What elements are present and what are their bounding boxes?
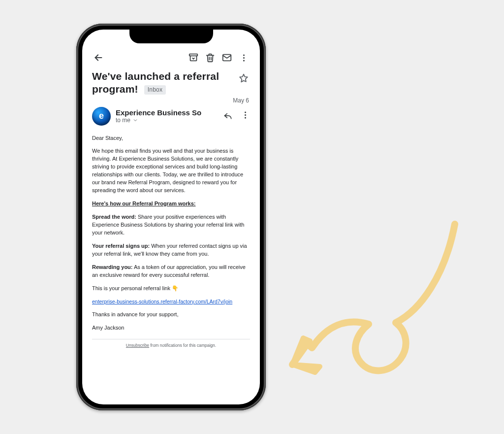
divider <box>92 339 250 339</box>
email-toolbar <box>91 48 251 69</box>
svg-point-3 <box>243 57 244 58</box>
referral-link[interactable]: enterprise-business-solutions.referral-f… <box>92 299 232 304</box>
recipient-label: to me <box>116 117 130 124</box>
svg-point-6 <box>245 114 246 116</box>
svg-point-5 <box>245 111 246 113</box>
email-subject: We've launched a referral program! Inbox <box>92 70 233 96</box>
step-1: Spread the word: Share your positive exp… <box>92 213 250 237</box>
sender-row: e Experience Business So to me <box>91 107 251 130</box>
email-client: We've launched a referral program! Inbox… <box>82 30 260 404</box>
step-3-label: Rewarding you: <box>92 264 133 270</box>
greeting: Dear Stacey, <box>92 134 250 142</box>
back-icon[interactable] <box>92 51 105 64</box>
archive-icon[interactable] <box>187 51 200 64</box>
recipient-dropdown[interactable]: to me <box>116 117 218 124</box>
subject-row: We've launched a referral program! Inbox <box>91 69 251 96</box>
decorative-arrow-icon <box>273 212 479 389</box>
mail-icon[interactable] <box>220 51 233 64</box>
step-3: Rewarding you: As a token of our appreci… <box>92 264 250 279</box>
sender-name: Experience Business So <box>116 108 218 117</box>
step-2: Your referral signs up: When your referr… <box>92 242 250 258</box>
step-2-label: Your referral signs up: <box>92 243 150 249</box>
step-1-label: Spread the word: <box>92 214 136 220</box>
folder-badge[interactable]: Inbox <box>144 85 166 95</box>
svg-point-7 <box>245 117 246 118</box>
phone-notch <box>129 30 213 43</box>
svg-point-2 <box>243 54 244 56</box>
email-date: May 6 <box>91 96 251 107</box>
unsubscribe-tail: from notifications for this campaign. <box>149 343 216 348</box>
how-it-works-heading: Here's how our Referral Program works: <box>92 200 250 208</box>
more-vert-icon[interactable] <box>241 110 250 122</box>
trash-icon[interactable] <box>204 51 217 64</box>
unsubscribe-link[interactable]: Unsubscribe <box>126 343 149 348</box>
unsubscribe-line: Unsubscribe from notifications for this … <box>92 342 250 348</box>
phone-screen: We've launched a referral program! Inbox… <box>82 30 260 404</box>
email-body-scroll[interactable]: Dear Stacey, We hope this email finds yo… <box>91 130 251 405</box>
phone-frame: We've launched a referral program! Inbox… <box>76 24 266 410</box>
signoff: Amy Jackson <box>92 324 250 332</box>
thanks-line: Thanks in advance for your support, <box>92 311 250 319</box>
reply-icon[interactable] <box>223 110 233 122</box>
chevron-down-icon <box>132 117 138 123</box>
svg-point-4 <box>243 60 244 61</box>
intro-paragraph: We hope this email finds you well and th… <box>92 147 250 195</box>
personal-link-line: This is your personal referral link 👇 <box>92 285 250 293</box>
more-vert-icon[interactable] <box>237 51 250 64</box>
star-outline-icon[interactable] <box>237 72 250 85</box>
avatar[interactable]: e <box>92 107 111 126</box>
